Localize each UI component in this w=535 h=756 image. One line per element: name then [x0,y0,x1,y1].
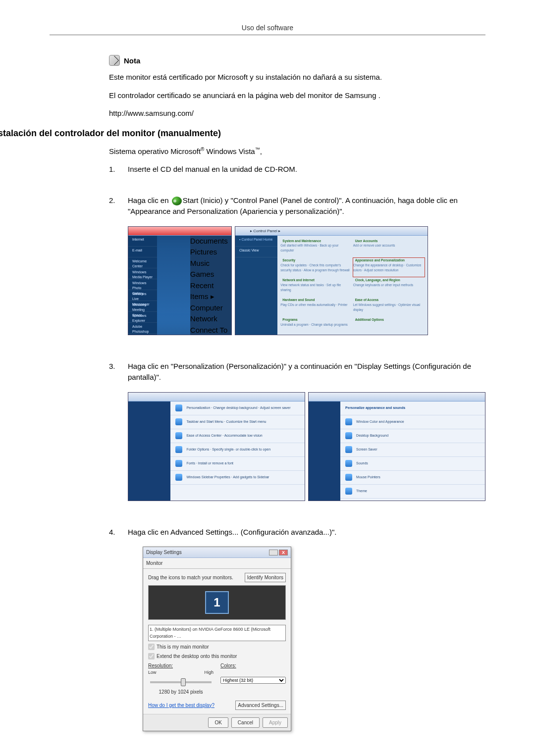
cp-catsub: Check for updates · Check this computer'… [280,263,352,273]
cp-cat: Security [282,258,295,262]
cp-cat: Ease of Access [355,298,378,302]
start-orb-icon [172,197,182,205]
window-chrome: ▸ Control Panel ▸ [235,227,428,236]
cp-catsub: Change the appearance of desktop · Custo… [353,263,425,273]
os-suffix: , [260,147,262,155]
extend-desktop-checkbox[interactable]: Extend the desktop onto this monitor [148,653,286,660]
step-2: 2 Haga clic en Start (Inicio) y "Control… [109,195,485,350]
chk-label: Extend the desktop onto this monitor [157,653,237,660]
start-right-pane: DocumentsPicturesMusic GamesRecent Items… [190,236,231,335]
screenshot-personalization-2: Personalize appearance and sounds Window… [308,392,485,501]
screenshot-start-menu: InternetE-mailWelcome Center Windows Med… [128,226,232,335]
os-mid: Windows Vista [204,147,255,155]
cp-cat: Clock, Language, and Region [355,278,400,282]
ok-button[interactable]: OK [208,717,228,728]
resolution-slider[interactable] [150,681,212,683]
advanced-settings-button[interactable]: Advanced Settings... [235,701,286,710]
slider-low: Low [148,669,157,676]
note-icon [109,55,120,66]
section-heading: Instalación del controlador del monitor … [0,128,485,139]
note-paragraph-2: El controlador certificado se anunciará … [109,90,485,101]
chk-label: This is my main monitor [157,643,209,651]
colors-label: Colors: [220,663,236,668]
monitor-arrangement[interactable]: 1 [148,585,286,620]
step-4-text: Haga clic en Advanced Settings... (Confi… [128,527,485,538]
resolution-label: Resolution: [148,663,173,668]
ds-title: Display Settings [146,549,182,556]
step-number: 2 [109,195,119,350]
step-4: 4 Haga clic en Advanced Settings... (Con… [109,527,485,746]
os-prefix: Sistema operativo Microsoft [109,147,201,155]
start-left-pane: InternetE-mailWelcome Center Windows Med… [128,236,157,335]
colors-select[interactable]: Highest (32 bit) [220,677,286,684]
cp-cat: User Accounts [355,239,378,243]
cp-catsub: Play CDs or other media automatically · … [280,302,352,307]
page-header: Uso del software [242,24,293,32]
step-1-text: Inserte el CD del manual en la unidad de… [128,164,485,175]
header-rule [50,35,485,35]
cp-cat-highlight: Appearance and Personalization [355,258,405,262]
step-3-text: Haga clic en "Personalization (Personali… [128,361,485,383]
cp-sidebar: • Control Panel Home Classic View [235,236,277,335]
step-number: 3 [109,361,119,516]
apply-button: Apply [263,717,288,728]
monitor-select[interactable]: 1. (Multiple Monitors) on NVIDIA GeForce… [148,625,286,641]
help-link[interactable]: How do I get the best display? [148,702,214,709]
note-paragraph-1: Este monitor está certificado por Micros… [109,72,485,83]
step-1: 1 Inserte el CD del manual en la unidad … [109,164,485,184]
window-buttons: X [269,550,288,555]
step-2-text: Haga clic en Start (Inicio) y "Control P… [128,195,485,217]
main-monitor-checkbox[interactable]: This is my main monitor [148,643,286,651]
cp-catsub: Get started with Windows · Back up your … [280,243,352,253]
ds-drag-label: Drag the icons to match your monitors. [148,574,233,581]
cp-catsub: Let Windows suggest settings · Optimize … [353,302,425,312]
resolution-value: 1280 by 1024 pixels [148,688,214,696]
screenshot-personalization-1: Personalization · Change desktop backgro… [128,392,305,501]
step-3: 3 Haga clic en "Personalization (Persona… [109,361,485,516]
cp-catsub: Uninstall a program · Change startup pro… [280,322,352,327]
cp-catsub: Change keyboards or other input methods [353,283,425,288]
cp-cat: Programs [282,318,297,321]
cp-catsub: Add or remove user accounts [353,243,425,248]
cp-breadcrumb: ▸ Control Panel ▸ [250,228,280,234]
cp-cat: Additional Options [355,318,384,321]
cp-cat: Network and Internet [282,278,315,282]
slider-high: High [204,669,214,676]
window-chrome [128,227,231,236]
cp-catsub: View network status and tasks · Set up f… [280,283,352,293]
os-line: Sistema operativo Microsoft® Windows Vis… [109,146,485,157]
screenshot-control-panel: ▸ Control Panel ▸ • Control Panel Home C… [235,226,428,335]
monitor-1-icon[interactable]: 1 [205,591,229,614]
screenshot-display-settings: Display Settings X Monitor Drag the icon… [143,547,291,731]
note-label: Nota [124,56,140,65]
cp-cat: System and Maintenance [282,239,321,243]
identify-monitors-button[interactable]: Identify Monitors [245,573,286,582]
note-url: http://www.samsung.com/ [109,108,485,119]
cancel-button[interactable]: Cancel [231,717,260,728]
cp-main: System and MaintenanceGet started with W… [277,236,428,335]
cp-cat: Hardware and Sound [282,298,315,302]
trademark-mark: ™ [255,147,260,152]
ds-tab[interactable]: Monitor [143,558,291,569]
step-number: 4 [109,527,119,746]
step-number: 1 [109,164,119,184]
step-2-text-a: Haga clic en [128,196,171,204]
